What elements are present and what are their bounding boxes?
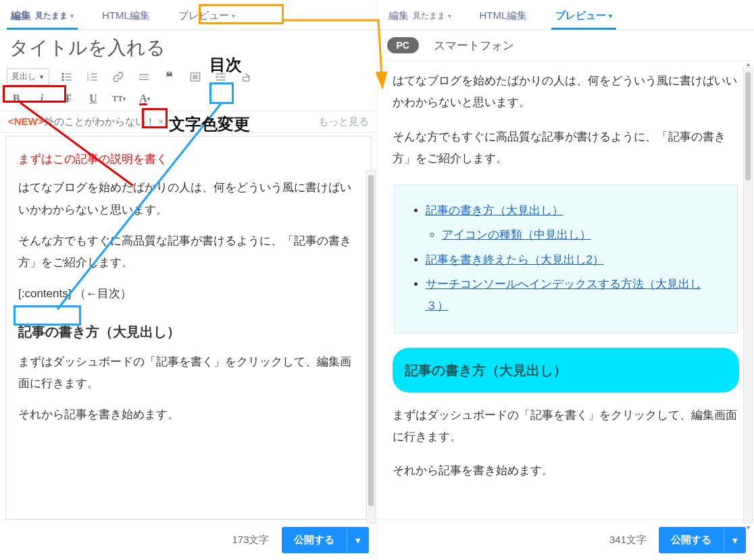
editor-body[interactable]: まずはこの記事の説明を書く はてなブログを始めたばかりの人は、何をどういう風に書… <box>5 136 372 519</box>
scroll-up-icon[interactable]: ▴ <box>744 60 752 68</box>
publish-button[interactable]: 公開する ▾ <box>659 527 746 553</box>
read-more-icon[interactable] <box>136 69 152 85</box>
notice-text: <NEW>外のことがわからない！ × <box>8 116 164 128</box>
toc-item: 記事の書き方（大見出し） アイコンの種類（中見出し） <box>426 200 723 247</box>
tab-html[interactable]: HTML編集 <box>476 5 532 29</box>
toc-link[interactable]: アイコンの種類（中見出し） <box>442 228 591 241</box>
toc-item: 記事を書き終えたら（大見出し2） <box>426 249 723 271</box>
tab-html-label: HTML編集 <box>102 9 150 22</box>
chevron-down-icon: ▾ <box>609 12 612 20</box>
preview-subtabs: PC スマートフォン <box>378 30 755 60</box>
toc-item: サーチコンソールへインデックスする方法（大見出し３） <box>426 274 723 317</box>
link-icon[interactable] <box>110 69 126 85</box>
toc-link[interactable]: 記事を書き終えたら（大見出し2） <box>426 253 604 266</box>
preview-footer: 341文字 公開する ▾ <box>378 519 755 560</box>
scroll-down-icon[interactable]: ▾ <box>744 524 752 531</box>
scrollbar[interactable] <box>366 170 376 524</box>
svg-point-2 <box>62 76 64 77</box>
svg-line-23 <box>245 73 249 76</box>
tab-preview-label: プレビュー <box>178 9 229 22</box>
toc-item: アイコンの種類（中見出し） <box>442 224 723 246</box>
toc-icon[interactable] <box>187 69 203 85</box>
preview-p2: そんな方でもすぐに高品質な記事が書けるように、「記事の書き方」をご紹介します。 <box>393 126 740 170</box>
editor-contents-line: [:contents] （←目次） <box>18 283 359 305</box>
italic-icon[interactable]: i <box>34 91 50 107</box>
publish-caret-icon[interactable]: ▾ <box>724 528 746 553</box>
tab-edit[interactable]: 編集 見たまま ▾ <box>384 5 455 29</box>
unordered-list-icon[interactable] <box>59 69 75 85</box>
svg-point-4 <box>62 79 64 80</box>
clear-format-icon[interactable] <box>238 69 255 85</box>
outdent-icon[interactable] <box>213 69 229 85</box>
preview-p4: それから記事を書き始めます。 <box>393 460 740 482</box>
tab-edit-small: 見たまま <box>35 10 68 22</box>
chevron-down-icon: ▾ <box>232 12 235 20</box>
editor-p3: まずはダッシュボードの「記事を書く」をクリックして、編集画面に行きます。 <box>18 351 359 395</box>
tab-edit-label: 編集 <box>11 9 31 22</box>
contents-tag: [:contents] <box>18 287 71 300</box>
subtab-pc[interactable]: PC <box>387 37 419 53</box>
editor-p1: はてなブログを始めたばかりの人は、何をどういう風に書けばいいかわからないと思いま… <box>18 177 359 221</box>
tab-edit-small: 見たまま <box>413 10 445 22</box>
preview-h3: 記事の書き方（大見出し） <box>393 348 740 392</box>
editor-p4: それから記事を書き始めます。 <box>18 404 359 426</box>
editor-red-line: まずはこの記事の説明を書く <box>18 149 359 170</box>
tab-html-label: HTML編集 <box>480 9 528 22</box>
toolbar-row2: B i T U TT▾ A▾ <box>0 89 377 111</box>
svg-rect-22 <box>243 77 249 81</box>
editor-footer: 173文字 公開する ▾ <box>0 519 377 560</box>
editor-tabs: 編集 見たまま ▾ HTML編集 プレビュー ▾ <box>0 0 377 30</box>
underline-icon[interactable]: U <box>85 91 101 107</box>
font-size-icon[interactable]: TT▾ <box>111 91 127 107</box>
chevron-down-icon: ▾ <box>448 12 451 20</box>
chevron-down-icon: ▼ <box>39 74 45 80</box>
tab-edit-label: 編集 <box>388 9 409 22</box>
ordered-list-icon[interactable]: 123 <box>84 69 101 85</box>
strike-icon[interactable]: T <box>59 91 76 107</box>
notice-close[interactable]: × <box>158 116 164 127</box>
tab-preview-label: プレビュー <box>555 9 606 22</box>
char-count: 173文字 <box>232 534 269 546</box>
subtab-smartphone[interactable]: スマートフォン <box>434 38 514 53</box>
preview-p1: はてなブログを始めたばかりの人は、何をどういう風に書けばいいかわからないと思いま… <box>393 70 740 114</box>
title-input[interactable] <box>9 37 368 59</box>
editor-pane: 編集 見たまま ▾ HTML編集 プレビュー ▾ 見出し ▼ 123 <box>0 0 378 560</box>
toolbar-row1: 見出し ▼ 123 ❝ <box>0 66 377 89</box>
notice-more[interactable]: もっと見る <box>318 116 369 128</box>
scrollbar-thumb[interactable] <box>745 72 751 180</box>
notice-body: 外のことがわからない！ <box>44 116 155 127</box>
title-area <box>0 30 377 66</box>
notice-bar: <NEW>外のことがわからない！ × もっと見る <box>0 111 377 133</box>
tab-preview[interactable]: プレビュー ▾ <box>174 5 239 29</box>
font-color-icon[interactable]: A▾ <box>136 91 153 107</box>
tab-preview[interactable]: プレビュー ▾ <box>551 5 616 29</box>
scrollbar[interactable]: ▴ ▾ <box>743 68 753 524</box>
editor-h3: 記事の書き方（大見出し） <box>18 319 359 345</box>
tab-edit[interactable]: 編集 見たまま ▾ <box>7 5 78 29</box>
preview-body: はてなブログを始めたばかりの人は、何をどういう風に書けばいいかわからないと思いま… <box>380 60 752 519</box>
publish-label: 公開する <box>659 527 724 553</box>
toc-link[interactable]: サーチコンソールへインデックスする方法（大見出し３） <box>426 278 701 312</box>
toc-link[interactable]: 記事の書き方（大見出し） <box>426 204 563 217</box>
heading-select[interactable]: 見出し ▼ <box>7 68 49 85</box>
notice-new-badge: <NEW> <box>8 116 44 127</box>
scrollbar-thumb[interactable] <box>368 175 374 506</box>
quote-icon[interactable]: ❝ <box>161 69 178 85</box>
contents-note: （←目次） <box>74 287 132 300</box>
tab-html[interactable]: HTML編集 <box>98 5 154 29</box>
svg-point-0 <box>62 73 64 74</box>
preview-pane: 編集 見たまま ▾ HTML編集 プレビュー ▾ PC スマートフォン はてなブ… <box>378 0 755 560</box>
toc-box: 記事の書き方（大見出し） アイコンの種類（中見出し） 記事を書き終えたら（大見出… <box>394 184 738 332</box>
bold-icon[interactable]: B <box>8 91 24 107</box>
char-count: 341文字 <box>609 534 647 546</box>
heading-select-label: 見出し <box>11 71 36 82</box>
publish-button[interactable]: 公開する ▾ <box>282 527 369 553</box>
preview-tabs: 編集 見たまま ▾ HTML編集 プレビュー ▾ <box>378 0 755 30</box>
preview-p3: まずはダッシュボードの「記事を書く」をクリックして、編集画面に行きます。 <box>393 405 740 449</box>
publish-caret-icon[interactable]: ▾ <box>347 528 369 553</box>
publish-label: 公開する <box>282 527 347 553</box>
editor-p2: そんな方でもすぐに高品質な記事が書けるように、「記事の書き方」をご紹介します。 <box>18 230 359 274</box>
svg-text:3: 3 <box>87 78 89 82</box>
chevron-down-icon: ▾ <box>70 12 74 20</box>
